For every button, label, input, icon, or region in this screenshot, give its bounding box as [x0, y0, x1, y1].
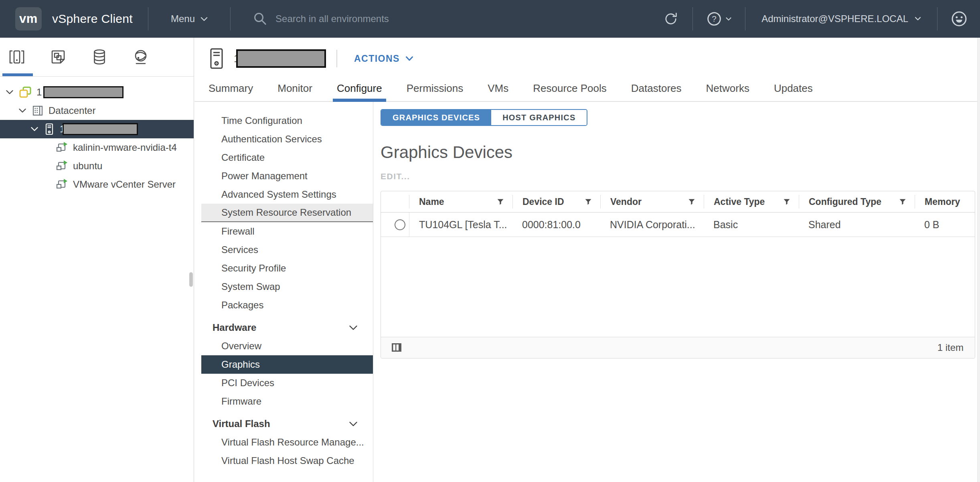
menu-item-security-profile[interactable]: Security Profile	[201, 259, 373, 277]
vmware-logo-text: vm	[19, 12, 38, 26]
filter-icon[interactable]	[688, 199, 695, 205]
table-header-active-type[interactable]: Active Type	[704, 195, 799, 209]
menu-item-packages[interactable]: Packages	[201, 296, 373, 314]
top-bar: vm vSphere Client Menu ?	[0, 0, 980, 38]
table-header-device-id[interactable]: Device ID	[512, 195, 600, 209]
menu-item-graphics[interactable]: Graphics	[201, 355, 373, 374]
cell-memory: 0 B	[915, 213, 975, 237]
tree-scrollbar-thumb[interactable]	[189, 272, 193, 287]
active-view-underline	[2, 73, 33, 76]
actions-button[interactable]: ACTIONS	[354, 53, 413, 64]
edit-button[interactable]: EDIT...	[381, 172, 410, 181]
vm-powered-on-icon	[55, 160, 68, 172]
column-settings-icon[interactable]	[391, 343, 402, 352]
menu-item-certificate[interactable]: Certificate	[201, 148, 373, 167]
filter-icon[interactable]	[784, 199, 790, 205]
storage-icon[interactable]	[87, 48, 129, 66]
toggle-host-graphics[interactable]: HOST GRAPHICS	[491, 110, 587, 125]
menu-item-pci-devices[interactable]: PCI Devices	[201, 374, 373, 392]
filter-icon[interactable]	[497, 199, 504, 205]
redacted-vcenter-name	[43, 86, 124, 98]
item-count: 1 item	[937, 342, 964, 353]
menu-item-virtual-flash-host-swap-cache[interactable]: Virtual Flash Host Swap Cache	[201, 452, 373, 470]
toggle-graphics-devices[interactable]: GRAPHICS DEVICES	[381, 110, 491, 125]
menu-button[interactable]: Menu	[171, 13, 208, 24]
tab-updates[interactable]: Updates	[773, 82, 814, 101]
inventory-panel: 1 Datacenter 1 kalinin-	[0, 38, 194, 482]
chevron-down-icon	[349, 325, 358, 330]
svg-text:?: ?	[712, 14, 716, 23]
menu-item-power-management[interactable]: Power Management	[201, 167, 373, 185]
menu-item-services[interactable]: Services	[201, 241, 373, 259]
tree-node-vm[interactable]: kalinin-vmware-nvidia-t4	[0, 138, 194, 157]
tree-node-label: kalinin-vmware-nvidia-t4	[73, 142, 177, 153]
tree-node-host[interactable]: 1	[0, 120, 194, 138]
inventory-tree: 1 Datacenter 1 kalinin-	[0, 77, 194, 194]
table-header-name[interactable]: Name	[409, 195, 512, 209]
help-icon: ?	[707, 11, 722, 26]
hosts-and-clusters-icon[interactable]	[5, 48, 46, 66]
table-row[interactable]: TU104GL [Tesla T... 0000:81:00.0 NVIDIA …	[381, 213, 975, 237]
vms-and-templates-icon[interactable]	[46, 48, 87, 66]
menu-item-system-swap[interactable]: System Swap	[201, 277, 373, 296]
tree-node-vm[interactable]: ubuntu	[0, 157, 194, 175]
tab-configure[interactable]: Configure	[336, 82, 383, 101]
chevron-down-icon[interactable]	[18, 108, 26, 113]
menu-section-hardware[interactable]: Hardware	[201, 318, 373, 337]
refresh-icon	[663, 11, 679, 27]
table-header-configured-type[interactable]: Configured Type	[799, 195, 915, 209]
menu-item-advanced-system-settings[interactable]: Advanced System Settings	[201, 185, 373, 204]
tab-permissions[interactable]: Permissions	[406, 82, 464, 101]
menu-item-firewall[interactable]: Firewall	[201, 222, 373, 241]
host-icon	[44, 123, 55, 136]
menu-item-overview[interactable]: Overview	[201, 337, 373, 355]
chevron-down-icon[interactable]	[30, 127, 38, 132]
filter-icon[interactable]	[585, 199, 591, 205]
tab-networks[interactable]: Networks	[705, 82, 750, 101]
redacted-host-name	[63, 123, 138, 135]
tree-node-vcenter[interactable]: 1	[0, 83, 194, 101]
menu-item-authentication-services[interactable]: Authentication Services	[201, 130, 373, 148]
help-menu-button[interactable]: ?	[693, 11, 745, 26]
chevron-down-icon[interactable]	[6, 90, 14, 95]
menu-item-system-resource-reservation[interactable]: System Resource Reservation	[201, 204, 373, 222]
tree-node-label: VMware vCenter Server	[73, 179, 176, 190]
table-header-row: Name Device ID Vendor	[381, 191, 975, 213]
tree-node-vm[interactable]: VMware vCenter Server	[0, 175, 194, 194]
table-header-memory[interactable]: Memory	[915, 195, 975, 209]
tree-node-datacenter[interactable]: Datacenter	[0, 101, 194, 120]
chevron-down-icon	[349, 421, 358, 427]
menu-section-virtual-flash[interactable]: Virtual Flash	[201, 415, 373, 433]
section-label: Hardware	[213, 322, 256, 333]
vmware-logo: vm	[15, 7, 42, 30]
column-label: Active Type	[714, 196, 765, 207]
cell-configured-type: Shared	[799, 213, 915, 237]
object-header: 1 ACTIONS	[194, 38, 980, 79]
menu-item-virtual-flash-resource-management[interactable]: Virtual Flash Resource Manage...	[201, 433, 373, 452]
menu-item-firmware[interactable]: Firmware	[201, 392, 373, 411]
tab-monitor[interactable]: Monitor	[277, 82, 313, 101]
table-header-vendor[interactable]: Vendor	[600, 195, 704, 209]
filter-icon[interactable]	[899, 199, 906, 205]
tab-datastores[interactable]: Datastores	[630, 82, 682, 101]
account-menu-button[interactable]: Administrator@VSPHERE.LOCAL	[745, 13, 937, 24]
column-label: Name	[419, 196, 444, 207]
cell-vendor: NVIDIA Corporati...	[600, 213, 704, 237]
table-footer: 1 item	[381, 337, 975, 358]
menu-item-time-configuration[interactable]: Time Configuration	[201, 111, 373, 130]
chevron-down-icon	[915, 17, 921, 21]
search-input[interactable]	[275, 13, 484, 24]
tab-summary[interactable]: Summary	[208, 82, 254, 101]
tab-vms[interactable]: VMs	[487, 82, 509, 101]
page-scrollbar[interactable]	[977, 38, 980, 482]
header-divider	[148, 7, 148, 30]
tab-resource-pools[interactable]: Resource Pools	[532, 82, 607, 101]
user-avatar-button[interactable]	[937, 11, 980, 27]
networking-icon[interactable]	[129, 48, 170, 66]
column-label: Configured Type	[809, 196, 881, 207]
refresh-button[interactable]	[649, 11, 692, 27]
vcenter-icon	[19, 86, 32, 98]
table-header-select-column	[381, 195, 409, 209]
inventory-view-switcher	[0, 38, 194, 77]
row-radio-button[interactable]	[395, 219, 405, 230]
